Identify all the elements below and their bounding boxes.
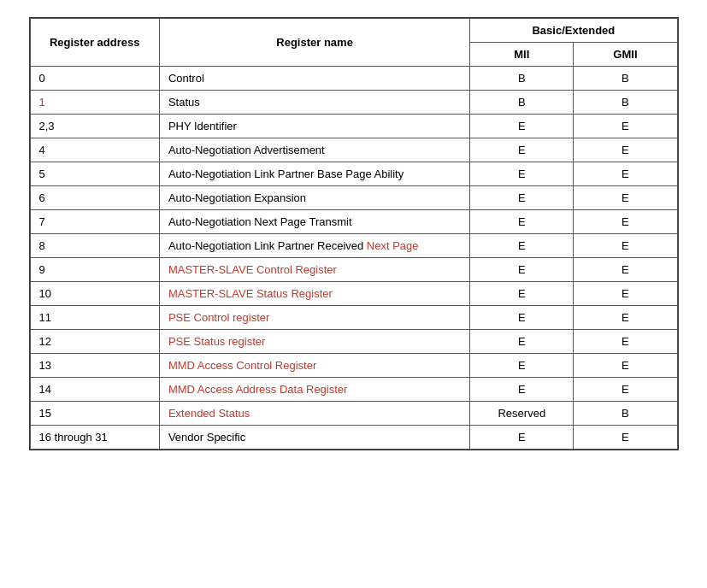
cell-address: 0	[30, 67, 159, 91]
cell-name: Auto-Negotiation Expansion	[159, 186, 469, 210]
cell-gmii: E	[574, 354, 677, 378]
cell-address: 15	[30, 402, 159, 426]
cell-mii: B	[470, 91, 574, 115]
table-row: 0ControlBB	[30, 67, 677, 91]
cell-gmii: E	[574, 138, 677, 162]
table-body: 0ControlBB1StatusBB2,3PHY IdentifierEE4A…	[30, 67, 677, 450]
cell-name: Auto-Negotiation Link Partner Received N…	[159, 234, 469, 258]
table-row: 7Auto-Negotiation Next Page TransmitEE	[30, 210, 677, 234]
col-header-address: Register address	[30, 19, 159, 67]
cell-mii: E	[470, 186, 574, 210]
cell-gmii: B	[574, 402, 677, 426]
cell-mii: E	[470, 306, 574, 330]
cell-name: PSE Status register	[159, 330, 469, 354]
table-row: 12PSE Status registerEE	[30, 330, 677, 354]
cell-mii: E	[470, 426, 574, 450]
cell-gmii: E	[574, 306, 677, 330]
col-header-name: Register name	[159, 19, 469, 67]
cell-mii: E	[470, 354, 574, 378]
cell-name: MMD Access Control Register	[159, 354, 469, 378]
cell-name: PHY Identifier	[159, 115, 469, 138]
col-header-basic-extended: Basic/Extended	[470, 19, 677, 43]
register-table: Register address Register name Basic/Ext…	[30, 18, 678, 450]
cell-mii: E	[470, 258, 574, 282]
cell-name: Auto-Negotiation Link Partner Base Page …	[159, 162, 469, 186]
cell-gmii: E	[574, 258, 677, 282]
col-header-mii: MII	[470, 43, 574, 67]
cell-mii: E	[470, 330, 574, 354]
cell-name: MASTER-SLAVE Status Register	[159, 282, 469, 306]
cell-gmii: E	[574, 378, 677, 402]
cell-gmii: E	[574, 186, 677, 210]
cell-mii: B	[470, 67, 574, 91]
cell-address: 2,3	[30, 115, 159, 138]
cell-mii: E	[470, 115, 574, 138]
cell-gmii: E	[574, 330, 677, 354]
cell-address: 4	[30, 138, 159, 162]
cell-address: 16 through 31	[30, 426, 159, 450]
cell-name: MASTER-SLAVE Control Register	[159, 258, 469, 282]
table-row: 16 through 31Vendor SpecificEE	[30, 426, 677, 450]
table-row: 8Auto-Negotiation Link Partner Received …	[30, 234, 677, 258]
cell-name: Vendor Specific	[159, 426, 469, 450]
cell-address: 10	[30, 282, 159, 306]
cell-name: Auto-Negotiation Advertisement	[159, 138, 469, 162]
table-row: 13MMD Access Control RegisterEE	[30, 354, 677, 378]
cell-gmii: B	[574, 67, 677, 91]
cell-name: MMD Access Address Data Register	[159, 378, 469, 402]
cell-name: Extended Status	[159, 402, 469, 426]
cell-address: 12	[30, 330, 159, 354]
table-row: 15Extended StatusReservedB	[30, 402, 677, 426]
cell-gmii: E	[574, 210, 677, 234]
cell-name: Auto-Negotiation Next Page Transmit	[159, 210, 469, 234]
table-row: 2,3PHY IdentifierEE	[30, 115, 677, 138]
cell-address: 7	[30, 210, 159, 234]
cell-address: 13	[30, 354, 159, 378]
table-row: 1StatusBB	[30, 91, 677, 115]
cell-name: Control	[159, 67, 469, 91]
cell-mii: E	[470, 282, 574, 306]
cell-gmii: E	[574, 234, 677, 258]
table-row: 11PSE Control registerEE	[30, 306, 677, 330]
cell-address: 14	[30, 378, 159, 402]
table-row: 10MASTER-SLAVE Status RegisterEE	[30, 282, 677, 306]
register-table-container: Register address Register name Basic/Ext…	[29, 17, 679, 450]
cell-gmii: E	[574, 162, 677, 186]
table-row: 5Auto-Negotiation Link Partner Base Page…	[30, 162, 677, 186]
cell-address: 1	[30, 91, 159, 115]
cell-mii: E	[470, 138, 574, 162]
table-row: 9MASTER-SLAVE Control RegisterEE	[30, 258, 677, 282]
cell-address: 6	[30, 186, 159, 210]
cell-address: 11	[30, 306, 159, 330]
cell-gmii: E	[574, 426, 677, 450]
cell-name: Status	[159, 91, 469, 115]
col-header-gmii: GMII	[574, 43, 677, 67]
cell-mii: Reserved	[470, 402, 574, 426]
cell-mii: E	[470, 162, 574, 186]
cell-mii: E	[470, 234, 574, 258]
header-row-top: Register address Register name Basic/Ext…	[30, 19, 677, 43]
cell-mii: E	[470, 378, 574, 402]
cell-gmii: B	[574, 91, 677, 115]
cell-address: 9	[30, 258, 159, 282]
table-row: 4Auto-Negotiation AdvertisementEE	[30, 138, 677, 162]
cell-mii: E	[470, 210, 574, 234]
cell-gmii: E	[574, 115, 677, 138]
table-row: 14MMD Access Address Data RegisterEE	[30, 378, 677, 402]
cell-name: PSE Control register	[159, 306, 469, 330]
cell-gmii: E	[574, 282, 677, 306]
cell-address: 8	[30, 234, 159, 258]
cell-address: 5	[30, 162, 159, 186]
table-row: 6Auto-Negotiation ExpansionEE	[30, 186, 677, 210]
